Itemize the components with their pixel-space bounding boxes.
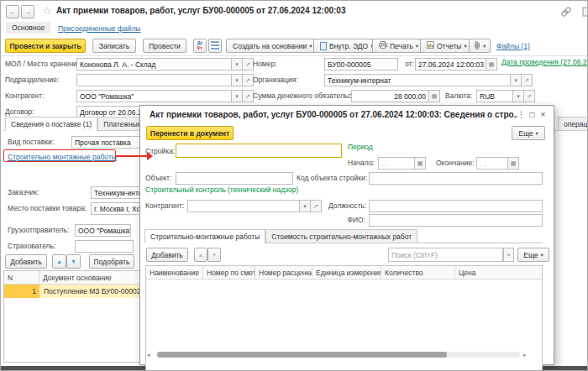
currency-label: Валюта: <box>445 90 472 102</box>
col-n[interactable]: N <box>4 271 39 284</box>
maximize-icon[interactable]: □ <box>527 109 538 120</box>
print-button[interactable]: Печать ▾ <box>372 39 425 53</box>
h-scrollbar-track[interactable] <box>157 352 520 358</box>
col-unit[interactable]: Единица измерения <box>312 266 381 279</box>
dialog-move-up-button[interactable]: ▲ <box>194 248 207 262</box>
search-clear-button[interactable]: × <box>503 248 514 262</box>
fio-field[interactable] <box>369 214 543 227</box>
currency-field[interactable]: RUB <box>476 90 513 102</box>
amount-field[interactable]: 28 000,00 <box>351 90 429 102</box>
smr-table-header: Наименование Номер по смете Номер расцен… <box>146 266 542 280</box>
get-link-icon[interactable] <box>560 6 572 19</box>
position-field[interactable] <box>369 200 543 212</box>
forward-button[interactable]: → <box>21 5 34 18</box>
col-quantity[interactable]: Количество <box>381 266 455 279</box>
mol-dropdown-icon[interactable]: ▾ <box>232 58 243 71</box>
reports-button[interactable]: Отчеты ▾ <box>420 39 474 53</box>
organization-label: Организация: <box>253 74 298 86</box>
chevron-down-icon: ▾ <box>541 252 543 259</box>
close-icon[interactable]: × <box>538 109 549 120</box>
dialog-more-button[interactable]: Еще ▾ <box>512 126 545 140</box>
attach-button[interactable]: ▾ <box>469 39 491 53</box>
up-arrow-icon: ▲ <box>198 252 204 258</box>
pick-label: Подобрать <box>94 258 130 266</box>
period-end-field[interactable]: . . <box>476 157 508 170</box>
create-on-basis-button[interactable]: Создать на основании ▾ <box>226 39 318 53</box>
back-button[interactable]: ← <box>6 5 19 18</box>
grid-more-button[interactable]: Еще ▾ <box>517 248 549 262</box>
period-begin-field[interactable]: . . <box>378 157 415 170</box>
insurer-field[interactable] <box>75 240 134 253</box>
tab-smr-works-label: Строительно-монтажные работы <box>150 233 260 241</box>
back-icon: ← <box>9 8 17 16</box>
chevron-down-icon: ▾ <box>416 43 418 50</box>
tab-smr-cost[interactable]: Стоимость строительно-монтажных работ <box>265 229 417 243</box>
organization-dropdown-icon[interactable]: ▾ <box>511 74 522 86</box>
tab-operation-partial[interactable]: операция <box>558 117 588 131</box>
object-field[interactable] <box>176 172 293 185</box>
move-down-button[interactable]: ▼ <box>66 254 81 269</box>
chevron-down-icon: ▾ <box>464 43 466 50</box>
dialog-add-row-button[interactable]: Добавить <box>146 248 188 262</box>
print-label: Печать <box>390 42 413 50</box>
tab-attached-files[interactable]: Присоединенные файлы <box>58 24 140 33</box>
stroika-field[interactable] <box>176 144 342 158</box>
contractor-dropdown-icon[interactable]: ▾ <box>300 200 311 212</box>
move-up-button[interactable]: ▲ <box>52 254 66 269</box>
col-price[interactable]: Цена <box>455 266 542 279</box>
customer-label: Заказчик: <box>8 186 39 199</box>
register-icon <box>211 41 219 50</box>
scroll-right-icon[interactable]: ▸ <box>523 350 527 359</box>
dialog-move-down-button[interactable]: ▼ <box>207 248 221 262</box>
dialog-contractor-field[interactable] <box>187 200 300 212</box>
pick-button[interactable]: Подобрать <box>89 254 134 269</box>
internal-edo-button[interactable]: Внутр. ЭДО ▾ <box>313 39 380 53</box>
scroll-left-icon[interactable]: ◂ <box>147 350 150 359</box>
counterparty-dropdown-icon[interactable]: ▾ <box>232 90 243 102</box>
window-partial-icon[interactable] <box>582 6 588 19</box>
grid-search-input[interactable]: Поиск (Ctrl+F) <box>388 248 503 262</box>
register-records-button[interactable] <box>208 39 222 53</box>
subdivision-dropdown-icon[interactable]: ▾ <box>232 74 243 86</box>
postings-dtkt-button[interactable]: ДтКт <box>193 39 207 53</box>
amount-grid-icon[interactable]: ▦ <box>429 90 440 102</box>
row1-number-cell[interactable]: 1 <box>4 285 39 298</box>
favorite-star-icon[interactable]: ☆ <box>42 4 52 17</box>
col-rate-number[interactable]: Номер расценки <box>255 266 312 279</box>
dialog-title: Акт приемки товаров, работ, услуг БУ00-0… <box>150 110 517 119</box>
h-scrollbar-thumb[interactable] <box>157 352 447 358</box>
contractor-open-icon[interactable]: ↗ <box>311 200 322 212</box>
currency-open-icon[interactable]: ↗ <box>524 90 535 102</box>
organization-open-icon[interactable]: ↗ <box>522 74 533 86</box>
mol-field[interactable]: Кононова Л. А. - Склад <box>76 58 232 71</box>
date-field[interactable]: 27.06.2024 12:00:03 <box>415 58 486 71</box>
tab-main[interactable]: Основное <box>6 22 50 34</box>
tab-delivery-info[interactable]: Сведения о поставке (1) <box>5 117 97 131</box>
currency-dropdown-icon[interactable]: ▾ <box>513 90 524 102</box>
begin-calendar-icon[interactable]: ▦ <box>415 157 426 170</box>
post-button[interactable]: Провести <box>143 39 186 53</box>
col-estimate-number[interactable]: Номер по смете <box>203 266 255 279</box>
end-calendar-icon[interactable]: ▦ <box>508 157 519 170</box>
grid-more-label: Еще <box>523 251 538 259</box>
search-placeholder: Поиск (Ctrl+F) <box>391 251 438 259</box>
add-row-button[interactable]: Добавить <box>5 254 47 269</box>
number-field[interactable]: БУ00-000005 <box>324 58 398 71</box>
col-name[interactable]: Наименование <box>146 266 203 279</box>
post-and-close-button[interactable]: Провести и закрыть <box>5 39 86 53</box>
forward-icon: → <box>24 8 32 16</box>
write-button[interactable]: Записать <box>92 39 136 53</box>
files-link[interactable]: Файлы (1) <box>496 42 530 50</box>
object-code-field[interactable] <box>369 172 543 185</box>
shipper-field[interactable]: ООО "Ромашка" <box>75 224 131 237</box>
subdivision-field[interactable] <box>76 74 232 86</box>
subdivision-label: Подразделение: <box>5 74 59 86</box>
chevron-down-icon: ▾ <box>536 130 538 137</box>
posting-date-link[interactable]: Дата проведения (27.06.2024 12 <box>501 58 588 66</box>
organization-field[interactable]: Техникум-интернат <box>324 74 511 86</box>
window-menu-icon[interactable]: ⋮ <box>516 109 527 120</box>
date-calendar-icon[interactable]: ▦ <box>486 58 497 71</box>
counterparty-field[interactable]: ООО "Ромашка" <box>76 90 232 102</box>
transfer-to-document-button[interactable]: Перенести в документ <box>146 126 234 140</box>
tab-smr-works[interactable]: Строительно-монтажные работы <box>144 229 265 243</box>
